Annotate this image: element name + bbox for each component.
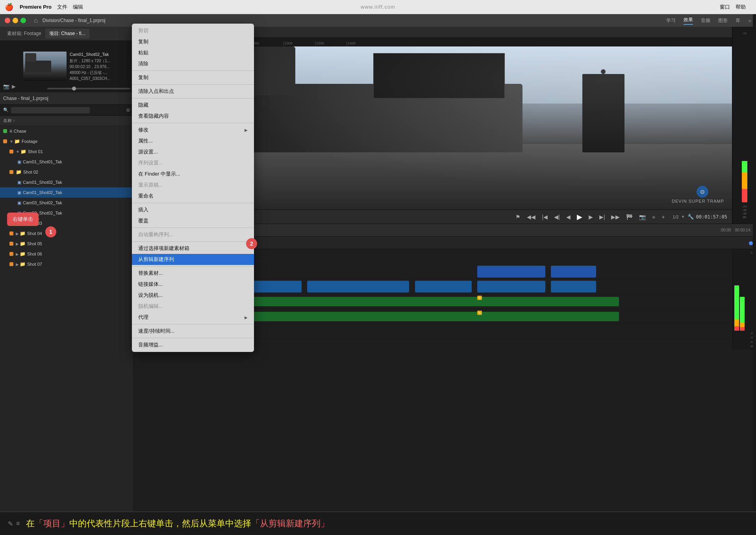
tree-item-cam03shot02a[interactable]: ▣ Cam03_Shot02_Tak	[0, 198, 133, 208]
apple-menu[interactable]: 🍎	[5, 3, 13, 11]
step-prev-btn[interactable]: ◀	[565, 213, 572, 221]
tree-item-shot07[interactable]: ▶ 📁 Shot 07	[0, 259, 133, 269]
tree-item-shot04[interactable]: ▶ 📁 Shot 04	[0, 228, 133, 239]
menu-edit[interactable]: 编辑	[73, 4, 83, 11]
tree-item-shot06[interactable]: ▶ 📁 Shot 06	[0, 249, 133, 259]
ctx-view-hidden[interactable]: 查看隐藏内容	[132, 111, 254, 122]
ctx-make-offline-label: 设为脱机...	[138, 292, 163, 299]
minimize-button[interactable]	[13, 18, 18, 23]
tab-audio[interactable]: 音频	[701, 17, 710, 24]
ctx-sep4	[132, 123, 254, 123]
clip-detail-4: A001_C057_0303CH...	[70, 76, 110, 81]
quality-arrow[interactable]: ▼	[681, 215, 685, 219]
project-tab[interactable]: 项目: Chase - fi...	[45, 29, 89, 39]
v1-clip-3[interactable]	[415, 281, 472, 292]
ctx-hide[interactable]: 隐藏	[132, 100, 254, 111]
v1-clip-4[interactable]	[477, 281, 545, 292]
pencil-icon[interactable]: ✎	[8, 520, 13, 528]
wrench-icon[interactable]: 🔧	[687, 214, 694, 220]
ctx-clear-inout[interactable]: 清除入点和出点	[132, 86, 254, 97]
tree-item-cam01shot01[interactable]: ▣ Cam01_Shot01_Tak	[0, 157, 133, 167]
ctx-speed[interactable]: 速度/持续时间...	[132, 326, 254, 337]
expand-shot06[interactable]: ▶	[16, 252, 19, 256]
expand-shot07[interactable]: ▶	[16, 262, 19, 267]
v2-clip-2[interactable]	[551, 266, 596, 278]
ctx-overwrite[interactable]: 覆盖	[132, 215, 254, 226]
tree-item-chase[interactable]: ≡ Chase	[0, 126, 133, 136]
ctx-clear[interactable]: 清除	[132, 58, 254, 69]
ctx-rename[interactable]: 重命名	[132, 191, 254, 202]
insert-btn[interactable]: »	[650, 213, 657, 221]
list-icon[interactable]: ≡	[16, 520, 20, 528]
ctx-source-settings[interactable]: 源设置...	[132, 146, 254, 157]
ctx-insert[interactable]: 插入	[132, 204, 254, 215]
v1-clip-5[interactable]	[551, 281, 596, 292]
tab-effects[interactable]: 效果	[684, 17, 693, 25]
ctx-new-sequence[interactable]: 从剪辑新建序列	[132, 254, 254, 265]
expand-shot04[interactable]: ▶	[16, 231, 19, 236]
step-fwd-btn[interactable]: ▶▶	[610, 213, 621, 221]
menu-file[interactable]: 文件	[57, 4, 67, 11]
tab-library[interactable]: 库	[736, 17, 740, 24]
mark-in-btn[interactable]: ⚑	[514, 213, 522, 221]
ctx-make-offline[interactable]: 设为脱机...	[132, 290, 254, 301]
expand-shot05[interactable]: ▶	[16, 242, 19, 246]
vu-label-minus48: -48	[742, 212, 747, 215]
tab-learn[interactable]: 学习	[666, 17, 676, 24]
tl-vu-label-24: -24	[734, 331, 754, 335]
home-icon[interactable]: ⌂	[34, 17, 38, 24]
filter-icon[interactable]: ⚙	[126, 107, 130, 113]
tree-item-footage[interactable]: ▼ 📁 Footage	[0, 136, 133, 146]
sequence-icon: ≡	[9, 128, 12, 134]
item-label-shot01: Shot 01	[28, 149, 43, 154]
ctx-proxy[interactable]: 代理▶	[132, 312, 254, 323]
playhead-slider[interactable]	[47, 88, 130, 89]
play-icon[interactable]: ▶	[12, 83, 16, 89]
menu-help[interactable]: 帮助	[736, 4, 746, 11]
step-back-btn[interactable]: ◀◀	[525, 213, 537, 221]
expand-shot01[interactable]: ▼	[16, 150, 20, 154]
ctx-audio-gain[interactable]: 音频增益...	[132, 339, 254, 350]
ctx-new-bin[interactable]: 通过选择项新建素材箱	[132, 243, 254, 254]
playhead-indicator	[749, 241, 753, 245]
play-btn[interactable]: ▶	[575, 212, 584, 222]
ctx-reveal-finder[interactable]: 在 Finder 中显示...	[132, 168, 254, 180]
preview-pane: Cam01_Shot02_Tak 影片，1280 x 720（1... 00:0…	[0, 41, 133, 92]
tree-item-shot01[interactable]: ▼ 📁 Shot 01	[0, 146, 133, 157]
tree-item-cam01shot02a[interactable]: ▣ Cam01_Shot02_Tak	[0, 177, 133, 187]
tree-item-shot05[interactable]: ▶ 📁 Shot 05	[0, 239, 133, 249]
search-input[interactable]	[11, 107, 90, 113]
next-btn[interactable]: ▶|	[598, 213, 607, 221]
bin-tab[interactable]: 素材箱: Footage	[3, 29, 45, 39]
prev-btn[interactable]: ◀|	[552, 213, 561, 221]
overwrite-btn[interactable]: +	[660, 213, 666, 221]
v2-clip-1[interactable]	[477, 266, 545, 278]
step-next-btn[interactable]: ▶	[587, 213, 595, 221]
ctx-paste[interactable]: 粘贴	[132, 47, 254, 58]
ruler-800: 800	[252, 41, 284, 46]
expand-footage[interactable]: ▼	[9, 139, 13, 144]
ctx-speed-label: 速度/持续时间...	[138, 328, 174, 335]
v1-clip-2[interactable]	[307, 281, 409, 292]
back-1-btn[interactable]: |◀	[540, 213, 549, 221]
ctx-replace-footage[interactable]: 替换素材...	[132, 268, 254, 279]
export-frame-btn[interactable]: 📷	[637, 213, 647, 221]
ctx-copy[interactable]: 复制	[132, 36, 254, 47]
tree-item-cam01shot02b[interactable]: ▣ Cam01_Shot02_Tak	[0, 187, 133, 198]
ctx-edit-offline: 脱机编辑...	[132, 301, 254, 312]
camera-icon[interactable]: 📷	[3, 83, 9, 89]
close-button[interactable]	[5, 18, 10, 23]
ctx-duplicate[interactable]: 复制	[132, 72, 254, 83]
mark-out-btn[interactable]: 🏁	[624, 213, 634, 221]
ctx-link-media[interactable]: 链接媒体...	[132, 279, 254, 290]
maximize-button[interactable]	[20, 18, 26, 23]
ruler-1400: 1400	[346, 41, 378, 46]
ctx-properties[interactable]: 属性...	[132, 135, 254, 146]
ctx-modify[interactable]: 修改▶	[132, 124, 254, 135]
more-tabs-icon[interactable]: »	[748, 17, 751, 24]
tree-item-shot02[interactable]: 📁 Shot 02	[0, 167, 133, 177]
tab-graphics[interactable]: 图形	[718, 17, 728, 24]
menu-window[interactable]: 窗口	[720, 4, 730, 11]
ctx-reveal-original: 显示原稿...	[132, 180, 254, 191]
item-label-footage: Footage	[22, 139, 37, 144]
